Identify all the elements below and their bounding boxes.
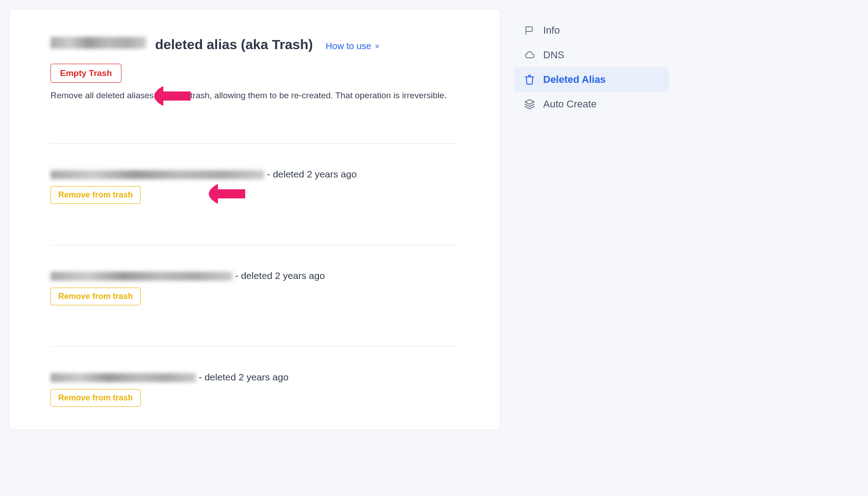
alias-item: xxxxxxxxxxxxxx@xxxxxxx - deleted 2 years… [50,245,459,324]
svg-marker-0 [525,100,534,104]
flag-icon [524,25,535,36]
cloud-icon [524,50,535,61]
page-title-row: xxxxxxx deleted alias (aka Trash) How to… [50,37,459,52]
alias-line: xxxxxxxxxxxxxx@xxxxxxx - deleted 2 years… [50,270,459,281]
redacted-alias-email: xxxxxxxxx@xxxxxxx [50,373,196,382]
sidebar-item-auto-create[interactable]: Auto Create [514,92,669,116]
page-title-text: deleted alias (aka Trash) [155,37,313,52]
redacted-alias-email: xxxxxxxxxxxxxx@xxxxxxx [50,272,232,281]
page-title: xxxxxxx deleted alias (aka Trash) [50,37,313,52]
description-text: Remove all deleted aliases from the tras… [50,89,459,102]
deleted-timestamp: - deleted 2 years ago [196,372,288,382]
sidebar-item-deleted-alias[interactable]: Deleted Alias [514,67,669,92]
alias-line: xxxxxxxxx@xxxxxxx - deleted 2 years ago [50,372,459,383]
annotation-arrow-icon [196,180,246,208]
empty-trash-button[interactable]: Empty Trash [50,64,121,83]
sidebar-item-label: Auto Create [543,98,596,110]
sidebar-nav: Info DNS Deleted Alias Auto Create [514,9,669,116]
trash-icon [524,74,535,85]
redacted-domain: xxxxxxx [50,37,146,49]
remove-from-trash-button[interactable]: Remove from trash [50,389,141,407]
sidebar-item-label: DNS [543,49,564,61]
sidebar-item-label: Deleted Alias [543,74,606,86]
sidebar-item-info[interactable]: Info [514,18,669,43]
main-content-card: xxxxxxx deleted alias (aka Trash) How to… [9,9,500,430]
remove-from-trash-button[interactable]: Remove from trash [50,186,141,204]
sidebar-item-label: Info [543,25,560,36]
redacted-alias-email: xxxxxxxxxxxxxxx@xxxxxxx [50,170,264,179]
deleted-timestamp: - deleted 2 years ago [232,270,325,281]
layers-icon [524,99,535,110]
deleted-timestamp: - deleted 2 years ago [264,169,357,179]
remove-from-trash-button[interactable]: Remove from trash [50,288,141,305]
alias-line: xxxxxxxxxxxxxxx@xxxxxxx - deleted 2 year… [50,169,459,180]
how-to-use-link[interactable]: How to use [326,41,380,51]
alias-item: xxxxxxxxx@xxxxxxx - deleted 2 years ago … [50,346,459,411]
double-chevron-down-icon [374,41,380,51]
alias-item: xxxxxxxxxxxxxxx@xxxxxxx - deleted 2 year… [50,143,459,222]
sidebar-item-dns[interactable]: DNS [514,43,669,67]
header-section: xxxxxxx deleted alias (aka Trash) How to… [50,37,459,121]
how-to-use-label: How to use [326,41,371,51]
